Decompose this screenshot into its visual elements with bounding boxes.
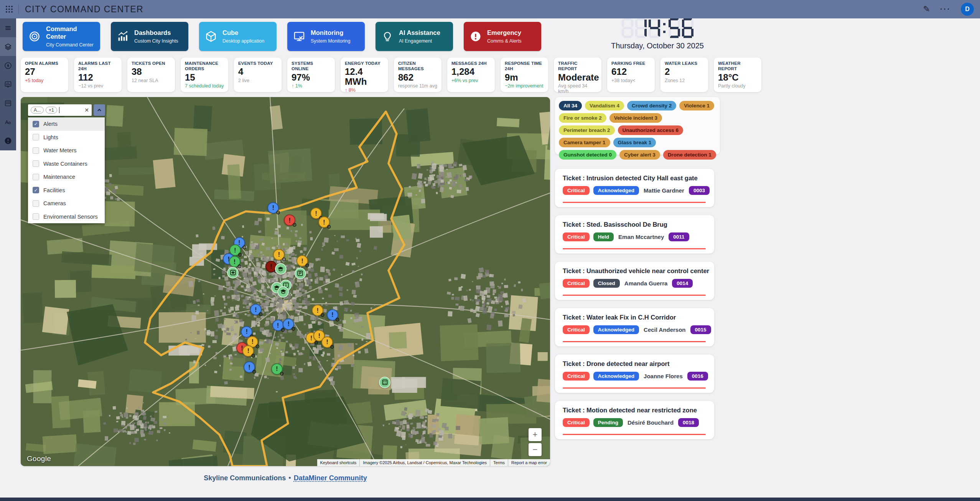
kpi-value: 1,284 xyxy=(451,67,491,76)
city-map[interactable]: !⚙!⚙!⚙!⚙!⚙!⚙!⚙!⚙!⚙!⚙!⚙P!⚙!⚙!⚙!⚙!⚙!⚙!⚙!⚙!… xyxy=(21,97,550,466)
sidebar-item-alerts[interactable] xyxy=(0,131,16,150)
alert-marker-red[interactable]: !⚙ xyxy=(284,214,295,226)
ticket-card[interactable]: Ticket : Unauthorized vehicle near contr… xyxy=(555,262,714,300)
kpi-sub: 2 live xyxy=(238,78,277,83)
alert-chip-camera-tamper[interactable]: Camera tamper 1 xyxy=(559,138,610,147)
facility-marker-building[interactable] xyxy=(379,377,390,388)
alert-marker-yellow[interactable]: !⚙ xyxy=(318,216,330,228)
layer-filter-menu: ✓Alerts ✓Lights ✓Water Meters ✓Waste Con… xyxy=(28,117,105,223)
alert-marker-blue[interactable]: !⚙ xyxy=(267,202,279,214)
first-aid-icon xyxy=(230,269,236,276)
filter-option-environmental-sensors[interactable]: ✓Enviromental Sensors xyxy=(28,210,105,224)
kpi-label: TICKETS OPEN xyxy=(132,61,171,66)
sidebar-item-menu[interactable] xyxy=(0,18,16,37)
exclamation-glyph: ! xyxy=(245,328,248,335)
sidebar-item-app-settings[interactable]: A ⚙ xyxy=(0,112,16,131)
alert-marker-green[interactable]: !⚙ xyxy=(271,363,283,375)
alert-chip-fire-or-smoke[interactable]: Fire or smoke 2 xyxy=(559,113,606,123)
alert-chip-vehicle-incident[interactable]: Vehicle incident 3 xyxy=(609,113,662,123)
filter-option-water-meters[interactable]: ✓Water Meters xyxy=(28,144,105,157)
ticket-card[interactable]: Ticket : Water leak Fix in C.H Corridor … xyxy=(555,308,714,346)
selected-filter-overflow-chip[interactable]: +1 xyxy=(46,107,57,114)
facility-marker-medical[interactable] xyxy=(227,267,239,279)
checkbox[interactable]: ✓ xyxy=(33,174,39,180)
avatar[interactable]: D xyxy=(961,3,974,16)
alert-marker-green[interactable]: !⚙ xyxy=(229,256,240,267)
filter-option-alerts[interactable]: ✓Alerts xyxy=(28,117,105,131)
filter-option-lights[interactable]: ✓Lights xyxy=(28,131,105,144)
checkbox[interactable]: ✓ xyxy=(33,121,39,127)
alert-chip-crowd-density[interactable]: Crowd density 2 xyxy=(627,101,676,110)
alert-marker-blue[interactable]: !⚙ xyxy=(244,361,255,373)
ticket-card[interactable]: Ticket : Drone detected near airport Cri… xyxy=(555,354,714,393)
facility-marker-school[interactable] xyxy=(275,263,287,275)
alert-marker-yellow[interactable]: !⚙ xyxy=(273,249,285,260)
alert-chip-unauthorized-access[interactable]: Unauthorized access 6 xyxy=(618,125,683,135)
kpi-weather-report: WEATHER REPORT18°CPartly cloudy xyxy=(714,58,761,92)
checkbox[interactable]: ✓ xyxy=(33,134,39,140)
sidebar-item-layers[interactable] xyxy=(0,37,16,56)
nav-command-center[interactable]: Command CenterCity Command Center xyxy=(23,22,100,51)
alert-chip-gunshot-detected[interactable]: Gunshot detected 0 xyxy=(559,150,616,160)
alert-marker-yellow[interactable]: !⚙ xyxy=(242,345,254,357)
alert-marker-blue[interactable]: !⚙ xyxy=(327,309,338,321)
filter-option-waste-containers[interactable]: ✓Waste Containers xyxy=(28,157,105,171)
ticket-title: Ticket : Motion detected near restricted… xyxy=(563,407,707,414)
selected-filter-chip[interactable]: A... xyxy=(31,107,44,114)
app-launcher-icon[interactable] xyxy=(0,5,18,13)
alert-marker-blue[interactable]: !⚙ xyxy=(272,320,284,331)
checkbox[interactable]: ✓ xyxy=(33,160,39,167)
footer-community-link[interactable]: DataMiner Community xyxy=(294,474,367,482)
alert-marker-yellow[interactable]: !⚙ xyxy=(296,255,308,267)
gear-icon: ⚙ xyxy=(326,224,331,229)
checkbox[interactable]: ✓ xyxy=(33,147,39,154)
collapse-dropdown-button[interactable] xyxy=(94,104,105,116)
filter-option-cameras[interactable]: ✓Cameras xyxy=(28,197,105,210)
keyboard-shortcuts-link[interactable]: Keyboard shortcuts xyxy=(317,459,360,466)
alert-marker-blue[interactable]: !⚙ xyxy=(283,318,294,330)
checkbox[interactable]: ✓ xyxy=(33,213,39,220)
clear-filter-icon[interactable]: ✕ xyxy=(84,107,89,113)
kpi-value: 862 xyxy=(398,73,437,82)
severity-badge: Critical xyxy=(563,418,590,427)
nav-cube[interactable]: CubeDesktop application xyxy=(199,22,277,51)
nav-subtitle: Comms & Alerts xyxy=(487,38,522,44)
ticket-card[interactable]: Ticket : Sted. Basisschool De Brug Criti… xyxy=(555,215,714,254)
alert-chip-vandalism[interactable]: Vandalism 4 xyxy=(585,101,624,110)
ticket-card[interactable]: Ticket : Motion detected near restricted… xyxy=(555,401,714,439)
sidebar-item-compass[interactable] xyxy=(0,56,16,75)
nav-subtitle: System Monitoring xyxy=(311,38,351,44)
facility-marker-school[interactable] xyxy=(277,286,289,298)
zoom-in-button[interactable]: + xyxy=(529,428,542,441)
alert-marker-blue[interactable]: !⚙ xyxy=(250,304,262,315)
alert-chip-perimeter-breach[interactable]: Perimeter breach 2 xyxy=(559,125,615,135)
alert-chip-violence[interactable]: Violence 1 xyxy=(679,101,714,110)
alert-chip-glass-break[interactable]: Glass break 1 xyxy=(613,138,656,147)
sidebar-item-facilities[interactable] xyxy=(0,94,16,112)
nav-ai-assistance[interactable]: AI AssistanceAI Engagement xyxy=(376,22,453,51)
alert-chip-all[interactable]: All 34 xyxy=(559,101,582,110)
report-map-error-link[interactable]: Report a map error xyxy=(508,459,550,466)
nav-dashboards[interactable]: DashboardsCustom City Insights xyxy=(111,22,188,51)
checkbox[interactable]: ✓ xyxy=(33,187,39,193)
edit-pencil-icon[interactable]: ✎ xyxy=(923,4,930,14)
filter-option-maintenance[interactable]: ✓Maintenance xyxy=(28,170,105,184)
ellipsis-icon[interactable]: ··· xyxy=(940,5,951,13)
alert-chip-drone-detection[interactable]: Drone detection 1 xyxy=(663,150,716,160)
checkbox[interactable]: ✓ xyxy=(33,200,39,207)
alert-marker-yellow[interactable]: !⚙ xyxy=(321,336,333,348)
kpi-label: ALARMS LAST 24H xyxy=(78,61,117,72)
ticket-card[interactable]: Ticket : Intrusion detected City Hall ea… xyxy=(555,169,714,207)
zoom-out-button[interactable]: − xyxy=(529,443,542,456)
google-logo[interactable]: Google xyxy=(27,455,51,463)
alert-chip-cyber-alert[interactable]: Cyber alert 3 xyxy=(619,150,660,160)
sidebar-item-reports[interactable] xyxy=(0,75,16,94)
alert-marker-yellow[interactable]: !⚙ xyxy=(312,305,323,316)
facility-marker-parking[interactable]: P xyxy=(295,268,306,279)
nav-emergency[interactable]: EmergencyComms & Alerts xyxy=(464,22,541,51)
terms-link[interactable]: Terms xyxy=(490,459,508,466)
filter-input[interactable]: A... +1 ✕ xyxy=(28,104,92,116)
nav-monitoring[interactable]: MonitoringSystem Monitoring xyxy=(287,22,365,51)
filter-option-facilities[interactable]: ✓Facilities xyxy=(28,184,105,197)
nav-subtitle: City Command Center xyxy=(46,42,95,48)
